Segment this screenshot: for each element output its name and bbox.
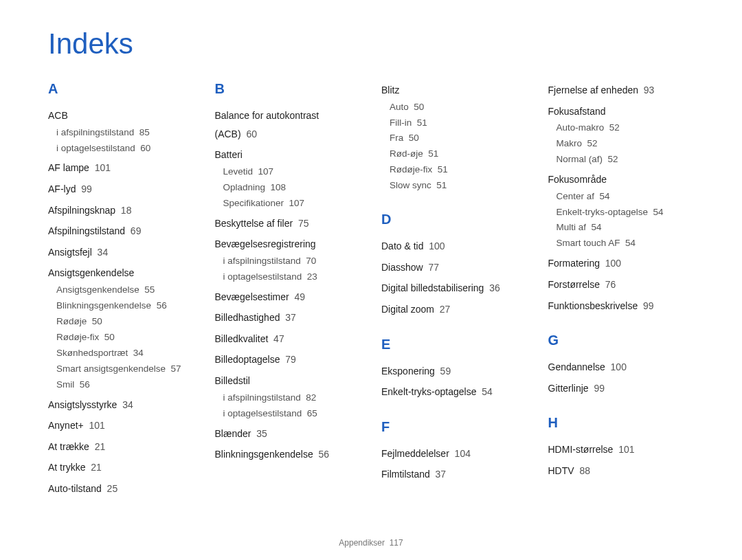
- index-page-number: 101: [95, 162, 111, 173]
- index-subentry: Skønhedsportræt 34: [48, 346, 194, 361]
- index-subentry: Enkelt-tryks-optagelse 54: [548, 205, 695, 221]
- index-page-number: 65: [307, 408, 317, 418]
- index-term-line: AF lampe 101: [48, 159, 194, 177]
- index-subterm: Auto-makro: [556, 122, 605, 133]
- index-page-number: 104: [455, 448, 471, 459]
- index-subterm: Auto: [390, 102, 409, 112]
- index-entry: Dato & tid 100: [381, 237, 528, 256]
- column-4: Fjernelse af enheden 93FokusafstandAuto-…: [548, 81, 695, 501]
- index-entry: Enkelt-tryks-optagelse 54: [381, 383, 528, 401]
- index-page-number: 37: [436, 469, 447, 480]
- letter-heading: G: [548, 333, 695, 348]
- index-subterm: Opladning: [223, 182, 266, 192]
- index-page-number: 60: [140, 143, 150, 153]
- index-entry: AnsigtsgenkendelseAnsigtsgenkendelse 55B…: [48, 264, 194, 392]
- index-subterm: Fra: [390, 133, 403, 143]
- index-entry: AF lampe 101: [48, 159, 194, 177]
- index-page-number: 50: [92, 316, 102, 326]
- index-term-line: Enkelt-tryks-optagelse 54: [381, 383, 528, 401]
- index-page-number: 54: [653, 207, 664, 217]
- index-page-number: 27: [440, 304, 451, 315]
- index-term-line: Bevægelsestimer 49: [215, 288, 361, 306]
- index-subterm: Rødøje-fix: [390, 164, 432, 175]
- index-term-line: Balance for autokontrast (ACB) 60: [215, 107, 361, 143]
- index-term-line: Ansigtslysstyrke 34: [48, 396, 194, 414]
- footer-section: Appendikser: [339, 538, 385, 548]
- index-page: Indeks A ACBi afspilningstilstand 85i op…: [0, 0, 742, 560]
- index-term-line: Bevægelsesregistrering: [215, 235, 361, 254]
- index-term: At trykke: [48, 462, 85, 473]
- index-term-line: Blitz: [381, 81, 528, 100]
- letter-heading: E: [381, 337, 528, 352]
- index-term-line: Digital billedstabilisering 36: [381, 279, 528, 298]
- index-page-number: 69: [131, 225, 142, 236]
- index-entry: FokusområdeCenter af 54Enkelt-tryks-opta…: [548, 170, 695, 251]
- index-page-number: 50: [104, 332, 115, 342]
- index-page-number: 54: [600, 191, 610, 201]
- index-entry: Formatering 100: [548, 254, 695, 273]
- index-entry: Gitterlinje 99: [548, 379, 695, 398]
- index-term: Funktionsbeskrivelse: [548, 300, 638, 311]
- index-subentry: Smil 56: [48, 377, 194, 393]
- index-entry: HDMI-størrelse 101: [548, 440, 695, 459]
- index-page-number: 56: [80, 379, 90, 390]
- index-subentry: Blinkningsgenkendelse 56: [48, 298, 194, 314]
- index-term: Forstørrelse: [548, 279, 600, 290]
- index-term: Auto-tilstand: [48, 483, 102, 494]
- index-subterm: i afspilningstilstand: [223, 256, 301, 266]
- index-subentry: Fra 50: [381, 131, 528, 146]
- index-term: Ansigtsfejl: [48, 247, 92, 258]
- index-term: Bevægelsesregistrering: [215, 238, 316, 249]
- index-page-number: 99: [81, 183, 92, 194]
- index-term: Bevægelsestimer: [215, 291, 289, 302]
- index-entry: Bevægelsestimer 49: [215, 288, 361, 306]
- index-term: HDTV: [548, 465, 574, 476]
- letter-heading: D: [381, 212, 528, 227]
- index-entry: At trække 21: [48, 438, 194, 456]
- index-entry: Blinkningsgenkendelse 56: [215, 445, 361, 464]
- index-subentry: Specifikationer 107: [215, 196, 361, 212]
- index-page-number: 88: [579, 465, 590, 476]
- index-term: Anynet+: [48, 420, 84, 431]
- index-page-number: 36: [489, 282, 500, 293]
- index-term-line: AF-lyd 99: [48, 180, 194, 199]
- index-subentry: i optagelsestilstand 23: [215, 269, 361, 285]
- index-page-number: 79: [285, 354, 296, 365]
- index-term: Formatering: [548, 258, 600, 269]
- index-entry: Balance for autokontrast (ACB) 60: [215, 107, 361, 143]
- index-page-number: 21: [95, 441, 106, 452]
- index-entry: Forstørrelse 76: [548, 276, 695, 294]
- column-1: A ACBi afspilningstilstand 85i optagelse…: [48, 81, 194, 501]
- index-term: Fokusområde: [548, 174, 607, 185]
- index-entry: Ansigtsfejl 34: [48, 243, 194, 262]
- index-entry: Billedstili afspilningstilstand 82i opta…: [215, 372, 361, 421]
- index-term-line: Ansigtsfejl 34: [48, 243, 194, 262]
- index-term: Enkelt-tryks-optagelse: [381, 386, 477, 397]
- index-term: Batteri: [215, 149, 243, 160]
- index-page-number: 37: [285, 312, 296, 323]
- index-page-number: 51: [417, 117, 427, 128]
- index-subentry: i afspilningstilstand 82: [215, 390, 361, 406]
- index-entry: HDTV 88: [548, 462, 695, 480]
- footer-page: 117: [390, 538, 403, 548]
- index-page-number: 35: [256, 428, 267, 439]
- index-term-line: ACB: [48, 107, 194, 125]
- index-entry: Afspilningsknap 18: [48, 201, 194, 220]
- index-subterm: Rød-øje: [390, 148, 423, 159]
- index-subentry: i afspilningstilstand 85: [48, 125, 194, 141]
- index-entry: Auto-tilstand 25: [48, 480, 194, 498]
- index-term-line: Blænder 35: [215, 425, 361, 443]
- column-3: BlitzAuto 50Fill-in 51Fra 50Rød-øje 51Rø…: [381, 81, 528, 501]
- index-subterm: Center af: [556, 191, 595, 201]
- index-subentry: Slow sync 51: [381, 178, 528, 194]
- index-term: Fokusafstand: [548, 106, 606, 117]
- index-subentry: Smart touch AF 54: [548, 236, 695, 251]
- column-2: B Balance for autokontrast (ACB) 60Batte…: [215, 81, 361, 501]
- index-term-line: Fokusområde: [548, 170, 695, 189]
- index-entry: FokusafstandAuto-makro 52Makro 52Normal …: [548, 102, 695, 168]
- index-term-line: Fejlmeddelelser 104: [381, 445, 528, 463]
- index-entry: Diasshow 77: [381, 258, 528, 277]
- index-subentry: Auto-makro 52: [548, 120, 695, 136]
- index-page-number: 54: [482, 386, 493, 397]
- index-page-number: 70: [306, 256, 316, 266]
